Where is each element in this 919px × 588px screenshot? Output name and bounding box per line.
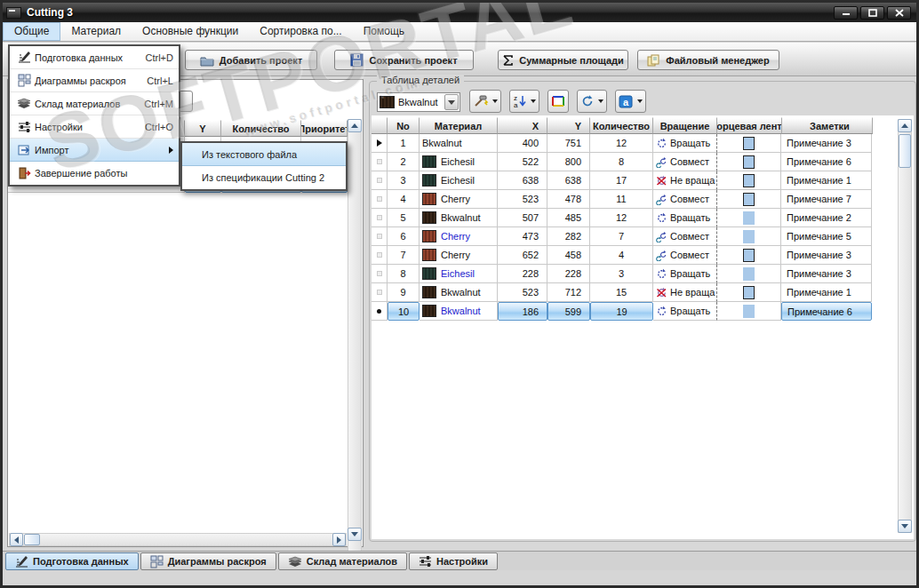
menubar-item-Помощь[interactable]: Помощь (353, 22, 415, 41)
tab-Диаграммы раскроя[interactable]: Диаграммы раскроя (140, 552, 276, 570)
material-swatch (422, 267, 436, 280)
column-header-X[interactable]: X (498, 117, 547, 134)
menubar-item-Сортировка по...[interactable]: Сортировка по... (249, 22, 352, 41)
maximize-button[interactable] (860, 6, 884, 20)
row-selector-mark (377, 215, 382, 220)
material-swatch (422, 211, 436, 224)
material-swatch (422, 305, 436, 317)
cell-quantity: 12 (590, 209, 653, 227)
minimize-button[interactable] (834, 6, 858, 20)
rotation-button[interactable] (577, 90, 607, 113)
cell-y: 478 (547, 190, 590, 209)
row-selector-cell (372, 134, 388, 153)
menubar-item-Основные функции[interactable]: Основные функции (132, 22, 249, 41)
data-prep-icon (15, 555, 28, 568)
parts-vscroll-thumb[interactable] (899, 134, 911, 168)
cell-material: Cherry (420, 227, 498, 246)
left-vertical-scrollbar[interactable] (348, 119, 362, 575)
left-hscroll-thumb[interactable] (24, 534, 40, 545)
tab-Подготовка данных[interactable]: Подготовка данных (5, 552, 139, 570)
parts-vertical-scrollbar[interactable] (898, 119, 912, 533)
material-combobox[interactable]: Bkwalnut (377, 92, 460, 112)
sort-button[interactable]: za (509, 90, 539, 113)
left-horizontal-scrollbar[interactable] (9, 533, 347, 546)
table-row[interactable]: 6Cherry4732827СовместПримечание 5 (372, 227, 873, 246)
dimensions-button[interactable] (547, 90, 569, 113)
left-scroll-up-button[interactable] (348, 119, 362, 132)
cell-edge-band (716, 227, 781, 246)
left-column-header-Y[interactable]: Y (185, 120, 221, 137)
menubar-item-Материал[interactable]: Материал (60, 22, 132, 41)
cell-rotation: Вращать (653, 209, 717, 227)
menu-item-Склад материалов[interactable]: Склад материаловCtrl+M (10, 92, 179, 115)
material-name: Eichesil (441, 268, 475, 279)
cell-y: 458 (547, 246, 590, 265)
autoname-button[interactable]: a (615, 90, 646, 113)
column-header-Вращение[interactable]: Вращение (653, 117, 717, 134)
menu-item-Настройки[interactable]: НастройкиCtrl+O (10, 115, 179, 139)
table-row[interactable]: 7Cherry6524584СовместПримечание 3 (372, 246, 873, 265)
table-row[interactable]: 2Eichesil5228008СовместПримечание 6 (372, 153, 873, 171)
column-header-Y[interactable]: Y (547, 117, 590, 134)
submenu-item-Из текстового файла[interactable]: Из текстового файла (182, 143, 346, 166)
column-header-Материал[interactable]: Материал (420, 117, 498, 134)
edge-band-swatch (743, 267, 755, 281)
app-icon (6, 7, 21, 19)
close-button[interactable] (887, 6, 911, 20)
table-row[interactable]: 4Cherry52347811СовместПримечание 7 (372, 190, 873, 209)
tab-Склад материалов[interactable]: Склад материалов (278, 552, 407, 570)
table-row[interactable]: 3Eichesil63863817Не вращаПримечание 1 (372, 171, 873, 190)
cell-quantity: 11 (590, 190, 653, 209)
cell-no: 1 (388, 134, 420, 153)
right-arrow-icon (337, 536, 341, 544)
toolbar-button[interactable]: Сохранить проект (334, 50, 474, 70)
toolbar-button-label: Добавить проект (220, 55, 302, 66)
edit-row-dot-icon (377, 309, 381, 314)
toolbar-button[interactable]: Суммарные площади (498, 50, 628, 70)
cell-edge-band (716, 246, 781, 265)
rotate-icon (656, 212, 667, 224)
menubar-item-Общие[interactable]: Общие (3, 22, 60, 41)
column-header-Заметки[interactable]: Заметки (782, 117, 873, 134)
exit-icon (18, 167, 31, 179)
edge-band-swatch (743, 249, 755, 262)
submenu-item-Из спецификации Cutting 2[interactable]: Из спецификации Cutting 2 (182, 166, 346, 189)
rotation-icon (580, 94, 595, 108)
table-row[interactable]: 1Bkwalnut40075112ВращатьПримечание 3 (372, 134, 873, 153)
left-scroll-left-button[interactable] (10, 533, 23, 546)
left-column-header-Приоритет[interactable]: Приоритет (301, 120, 348, 137)
toolbar-button-label: Суммарные площади (519, 55, 624, 66)
column-header-Количество[interactable]: Количество (590, 117, 653, 134)
column-header-No[interactable]: No (388, 117, 420, 134)
left-scroll-down-button[interactable] (348, 528, 362, 541)
row-selector-mark (377, 178, 382, 183)
menu-item-Диаграммы раскроя[interactable]: Диаграммы раскрояCtrl+L (10, 69, 179, 92)
rotation-label: Вращать (670, 138, 710, 148)
cell-quantity: 15 (590, 283, 653, 302)
material-swatch (422, 155, 436, 168)
combobox-dropdown-button[interactable] (444, 94, 459, 110)
row-selector-mark (377, 252, 382, 258)
menu-item-Завершение работы[interactable]: Завершение работы (10, 162, 179, 185)
material-swatch (380, 96, 395, 108)
tab-Настройки[interactable]: Настройки (409, 552, 498, 570)
maximize-icon (868, 9, 877, 17)
left-column-header-Количество[interactable]: Количество (221, 120, 301, 137)
cutting-tools-button[interactable] (469, 90, 501, 113)
parts-scroll-up-button[interactable] (898, 119, 912, 132)
cell-quantity: 7 (590, 227, 653, 246)
material-name: Cherry (441, 231, 470, 242)
menu-item-Подготовка данных[interactable]: Подготовка данныхCtrl+D (10, 46, 179, 69)
menu-item-Импорт[interactable]: Импорт (10, 139, 179, 162)
table-row[interactable]: 5Bkwalnut50748512ВращатьПримечание 2 (372, 209, 873, 227)
toolbar-button[interactable]: Файловый менеджер (637, 50, 779, 70)
data-prep-icon (18, 51, 31, 64)
cell-note: Примечание 2 (781, 209, 872, 227)
left-scroll-right-button[interactable] (332, 533, 346, 546)
table-row[interactable]: 9Bkwalnut52371215Не вращаПримечание 1 (372, 283, 873, 302)
toolbar-button[interactable]: Добавить проект (185, 50, 317, 70)
table-row[interactable]: 8Eichesil2282283ВращатьПримечание 3 (372, 265, 873, 283)
column-header-Торцевая лента[interactable]: Торцевая лента (717, 117, 782, 134)
table-row[interactable]: 10Bkwalnut18659919ВращатьПримечание 6 (372, 302, 873, 321)
parts-scroll-down-button[interactable] (898, 520, 912, 533)
